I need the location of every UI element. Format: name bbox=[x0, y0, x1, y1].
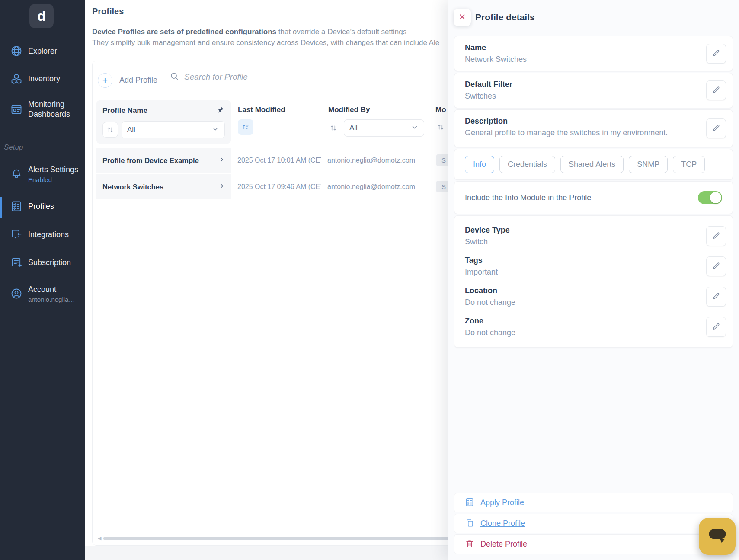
edit-description-button[interactable] bbox=[706, 118, 726, 138]
chat-widget-button[interactable] bbox=[699, 518, 736, 555]
sidebar-item-inventory[interactable]: Inventory bbox=[0, 72, 85, 85]
pin-icon[interactable] bbox=[216, 106, 225, 116]
close-panel-button[interactable] bbox=[454, 9, 471, 26]
table-header: Profile Name All bbox=[96, 100, 470, 144]
profile-name-cell[interactable]: Profile from Device Example bbox=[96, 148, 231, 173]
alerts-enabled-badge: Enabled bbox=[28, 176, 78, 183]
profile-name: Profile from Device Example bbox=[102, 157, 199, 165]
default-filter-field-card: Default Filter Switches bbox=[454, 73, 733, 108]
sort-button-profile-name[interactable] bbox=[102, 122, 118, 138]
tab-snmp[interactable]: SNMP bbox=[629, 156, 668, 173]
sidebar-item-alerts-settings[interactable]: Alerts Settings Enabled bbox=[0, 165, 85, 183]
modified-by-cell: antonio.neglia@domotz.com bbox=[321, 148, 430, 173]
tab-info[interactable]: Info bbox=[465, 156, 494, 173]
sort-button-modules[interactable] bbox=[435, 119, 446, 135]
page-background-strip bbox=[85, 546, 474, 560]
delete-profile-row[interactable]: Delete Profile bbox=[454, 534, 733, 554]
plus-icon: + bbox=[102, 74, 108, 87]
filter-select-value: All bbox=[349, 124, 358, 132]
field-value: General profile to manage the switches i… bbox=[465, 128, 698, 138]
chevron-down-icon bbox=[211, 125, 219, 134]
edit-location-button[interactable] bbox=[706, 287, 726, 307]
sort-active-last-modified-icon[interactable] bbox=[238, 119, 253, 135]
tab-tcp[interactable]: TCP bbox=[673, 156, 705, 173]
tab-credentials[interactable]: Credentials bbox=[499, 156, 555, 173]
table-row[interactable]: Profile from Device Example 2025 Oct 17 … bbox=[96, 148, 470, 173]
sidebar-item-label: Inventory bbox=[28, 74, 60, 84]
inventory-boxes-icon bbox=[10, 72, 23, 85]
field-label: Tags bbox=[465, 256, 498, 265]
field-label: Zone bbox=[465, 317, 515, 326]
edit-tags-button[interactable] bbox=[706, 256, 726, 276]
column-title: Mo bbox=[435, 106, 446, 114]
profile-search bbox=[170, 70, 420, 90]
panel-actions: Apply Profile Clone Profile Delete Profi… bbox=[454, 493, 733, 554]
location-row: Location Do not change bbox=[465, 284, 726, 309]
main-content: Profiles Device Profiles are sets of pre… bbox=[85, 0, 474, 560]
field-value: Network Switches bbox=[465, 55, 698, 64]
filter-select-profile-name[interactable]: All bbox=[122, 121, 225, 138]
bell-icon bbox=[10, 167, 23, 180]
toggle-label: Include the Info Module in the Profile bbox=[465, 193, 591, 202]
field-value: Important bbox=[465, 268, 498, 277]
apply-profile-link[interactable]: Apply Profile bbox=[480, 498, 524, 507]
module-tabs: Info Credentials Shared Alerts SNMP TCP bbox=[454, 149, 733, 180]
search-input[interactable] bbox=[184, 72, 392, 82]
apply-profile-row[interactable]: Apply Profile bbox=[454, 493, 733, 512]
sidebar-item-monitoring-dashboards[interactable]: Monitoring Dashboards bbox=[0, 99, 85, 119]
sidebar-item-explorer[interactable]: Explorer bbox=[0, 45, 85, 58]
column-title: Profile Name bbox=[102, 106, 147, 115]
horizontal-scrollbar[interactable]: ◀ bbox=[98, 535, 467, 541]
sidebar-item-label: Monitoring Dashboards bbox=[28, 99, 79, 119]
field-label: Location bbox=[465, 286, 515, 295]
user-icon bbox=[10, 287, 23, 300]
field-value: Do not change bbox=[465, 328, 515, 337]
pencil-icon bbox=[712, 231, 720, 241]
filter-select-modified-by[interactable]: All bbox=[344, 119, 424, 137]
sidebar-item-subscription[interactable]: Subscription bbox=[0, 256, 85, 269]
delete-profile-link[interactable]: Delete Profile bbox=[480, 540, 527, 549]
profiles-card: + Add Profile Profile Name bbox=[92, 61, 471, 546]
panel-title: Profile details bbox=[475, 12, 535, 22]
tab-shared-alerts[interactable]: Shared Alerts bbox=[560, 156, 624, 173]
include-info-module-toggle[interactable] bbox=[698, 191, 722, 204]
sidebar-item-integrations[interactable]: Integrations bbox=[0, 228, 85, 241]
add-profile-label[interactable]: Add Profile bbox=[119, 76, 157, 85]
sidebar-item-label: Explorer bbox=[28, 46, 57, 56]
sidebar-item-account[interactable]: Account antonio.neglia… bbox=[0, 285, 85, 303]
subscription-icon bbox=[10, 256, 23, 269]
edit-name-button[interactable] bbox=[706, 44, 726, 64]
field-value: Switch bbox=[465, 237, 510, 246]
pencil-icon bbox=[712, 86, 720, 96]
description-field-card: Description General profile to manage th… bbox=[454, 109, 733, 147]
checklist-icon bbox=[10, 200, 23, 213]
app-logo[interactable]: d bbox=[29, 4, 54, 28]
clone-copy-icon bbox=[465, 518, 474, 529]
field-label: Device Type bbox=[465, 226, 510, 235]
globe-icon bbox=[10, 45, 23, 58]
table-row[interactable]: Network Switches 2025 Oct 17 09:46 AM (C… bbox=[96, 174, 470, 199]
search-icon bbox=[170, 71, 179, 83]
intro-bold: Device Profiles are sets of predefined c… bbox=[92, 28, 276, 36]
add-profile-button[interactable]: + bbox=[98, 73, 112, 88]
clone-profile-row[interactable]: Clone Profile bbox=[454, 514, 733, 533]
edit-zone-button[interactable] bbox=[706, 317, 726, 337]
app-root: d Explorer Inventory Monitoring Dashboar… bbox=[0, 0, 739, 560]
sidebar-item-profiles[interactable]: Profiles bbox=[0, 200, 85, 213]
page-title: Profiles bbox=[92, 6, 124, 16]
column-title: Modified By bbox=[328, 106, 370, 114]
edit-device-type-button[interactable] bbox=[706, 226, 726, 246]
edit-default-filter-button[interactable] bbox=[706, 80, 726, 100]
scroll-left-arrow-icon[interactable]: ◀ bbox=[98, 535, 101, 541]
table-rows: Profile from Device Example 2025 Oct 17 … bbox=[93, 148, 470, 199]
modified-by-cell: antonio.neglia@domotz.com bbox=[321, 174, 430, 199]
profile-name-cell[interactable]: Network Switches bbox=[96, 174, 231, 199]
clone-profile-link[interactable]: Clone Profile bbox=[480, 519, 525, 528]
sort-button-modified-by[interactable] bbox=[328, 120, 339, 136]
chevron-right-icon bbox=[218, 182, 226, 192]
profile-details-panel: Profile details Name Network Switches De… bbox=[448, 0, 739, 560]
pencil-icon bbox=[712, 49, 720, 59]
column-header-profile-name: Profile Name All bbox=[96, 100, 231, 144]
integration-icon bbox=[10, 228, 23, 241]
scrollbar-thumb[interactable] bbox=[103, 537, 467, 540]
